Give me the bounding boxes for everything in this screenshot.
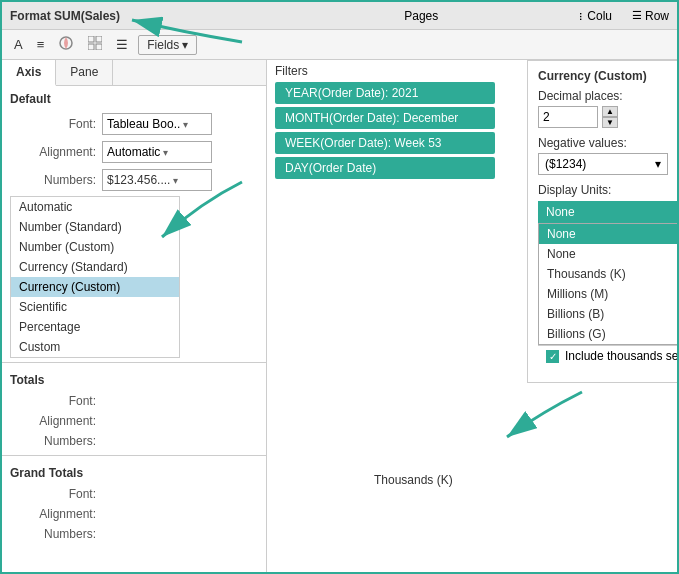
alignment-dropdown-arrow: ▾ — [163, 147, 168, 158]
grand-alignment-label: Alignment: — [26, 507, 96, 521]
display-units-row: Display Units: None ▾ None None Thousand… — [538, 183, 677, 366]
font-style-a-button[interactable]: A — [10, 35, 27, 54]
thousands-sep-label: Include thousands separators — [565, 349, 677, 363]
format-number-standard[interactable]: Number (Standard) — [11, 217, 179, 237]
totals-header: Totals — [2, 367, 266, 391]
unit-none[interactable]: None — [539, 244, 677, 264]
default-section: Default Font: Tableau Boo.. ▾ Alignment: — [2, 86, 266, 544]
svg-rect-3 — [88, 44, 94, 50]
totals-alignment-label: Alignment: — [26, 414, 96, 428]
format-currency-custom[interactable]: Currency (Custom) — [11, 277, 179, 297]
row-label: ☰ Row — [632, 9, 669, 23]
numbers-dropdown-arrow: ▾ — [173, 175, 178, 186]
grand-numbers-row: Numbers: — [2, 524, 266, 544]
alignment-row: Alignment: Automatic ▾ — [2, 138, 266, 166]
decimal-input[interactable] — [538, 106, 598, 128]
col-label: ⫶ Colu — [578, 9, 612, 23]
format-list: Automatic Number (Standard) Number (Cust… — [10, 196, 180, 358]
svg-rect-4 — [96, 44, 102, 50]
pages-label: Pages — [404, 9, 438, 23]
decimal-down-button[interactable]: ▼ — [602, 117, 618, 128]
filter-day[interactable]: DAY(Order Date) — [275, 157, 495, 179]
grand-totals-header: Grand Totals — [2, 460, 266, 484]
font-dropdown-arrow: ▾ — [183, 119, 188, 130]
left-panel: Axis Pane Default Font: Tableau Boo.. ▾ — [2, 60, 267, 572]
toolbar: A ≡ ☰ Fields ▾ — [2, 30, 677, 60]
format-number-custom[interactable]: Number (Custom) — [11, 237, 179, 257]
format-automatic[interactable]: Automatic — [11, 197, 179, 217]
fields-arrow-icon: ▾ — [182, 38, 188, 52]
grid-button[interactable] — [84, 34, 106, 55]
decimal-places-row: Decimal places: ▲ ▼ — [538, 89, 677, 128]
totals-numbers-label: Numbers: — [26, 434, 96, 448]
display-units-dropdown: None None Thousands (K) Millions (M) Bil… — [538, 223, 677, 345]
format-scientific[interactable]: Scientific — [11, 297, 179, 317]
totals-numbers-row: Numbers: — [2, 431, 266, 451]
grand-alignment-row: Alignment: — [2, 504, 266, 524]
align-button[interactable]: ≡ — [33, 35, 49, 54]
negative-dropdown-arrow: ▾ — [655, 157, 661, 171]
filter-month[interactable]: MONTH(Order Date): December — [275, 107, 495, 129]
negative-dropdown[interactable]: ($1234) ▾ — [538, 153, 668, 175]
format-percentage[interactable]: Percentage — [11, 317, 179, 337]
color-button[interactable] — [54, 33, 78, 56]
fields-button[interactable]: Fields ▾ — [138, 35, 197, 55]
default-header: Default — [2, 86, 266, 110]
unit-none-highlighted[interactable]: None — [539, 224, 677, 244]
totals-font-row: Font: — [2, 391, 266, 411]
font-dropdown[interactable]: Tableau Boo.. ▾ — [102, 113, 212, 135]
col-icon: ⫶ — [578, 10, 584, 22]
row-icon: ☰ — [632, 9, 642, 22]
decimal-up-button[interactable]: ▲ — [602, 106, 618, 117]
alignment-value-container: Automatic ▾ — [102, 141, 212, 163]
alignment-dropdown[interactable]: Automatic ▾ — [102, 141, 212, 163]
tab-pane[interactable]: Pane — [56, 60, 113, 85]
grand-font-row: Font: — [2, 484, 266, 504]
svg-rect-1 — [88, 36, 94, 42]
grand-font-label: Font: — [26, 487, 96, 501]
content-area: Axis Pane Default Font: Tableau Boo.. ▾ — [2, 60, 677, 572]
thousands-separator-row: ✓ Include thousands separators — [538, 345, 677, 366]
display-units-label: Display Units: — [538, 183, 677, 197]
svg-rect-2 — [96, 36, 102, 42]
header-bar: Format SUM(Sales) Pages ⫶ Colu ☰ Row — [2, 2, 677, 30]
totals-alignment-row: Alignment: — [2, 411, 266, 431]
negative-values-row: Negative values: ($1234) ▾ — [538, 136, 677, 175]
font-row: Font: Tableau Boo.. ▾ — [2, 110, 266, 138]
currency-panel-title: Currency (Custom) — [538, 69, 677, 83]
filter-year[interactable]: YEAR(Order Date): 2021 — [275, 82, 495, 104]
numbers-row: Numbers: $123.456.... ▾ — [2, 166, 266, 194]
paint-icon — [58, 35, 74, 51]
unit-billions-g[interactable]: Billions (G) — [539, 324, 677, 344]
format-currency-standard[interactable]: Currency (Standard) — [11, 257, 179, 277]
window-title: Format SUM(Sales) — [10, 9, 120, 23]
decimal-input-row: ▲ ▼ — [538, 106, 677, 128]
numbers-value-container: $123.456.... ▾ — [102, 169, 212, 191]
lines-button[interactable]: ☰ — [112, 35, 132, 54]
numbers-label: Numbers: — [26, 173, 96, 187]
numbers-dropdown[interactable]: $123.456.... ▾ — [102, 169, 212, 191]
main-window: Format SUM(Sales) Pages ⫶ Colu ☰ Row A ≡ — [0, 0, 679, 574]
tab-axis[interactable]: Axis — [2, 60, 56, 86]
thousands-sep-checkbox[interactable]: ✓ — [546, 350, 559, 363]
font-label: Font: — [26, 117, 96, 131]
unit-billions-b[interactable]: Billions (B) — [539, 304, 677, 324]
grand-numbers-label: Numbers: — [26, 527, 96, 541]
format-custom[interactable]: Custom — [11, 337, 179, 357]
decimal-label: Decimal places: — [538, 89, 677, 103]
filter-week[interactable]: WEEK(Order Date): Week 53 — [275, 132, 495, 154]
grid-icon — [88, 36, 102, 50]
alignment-label: Alignment: — [26, 145, 96, 159]
header-right: Pages ⫶ Colu ☰ Row — [364, 9, 669, 23]
currency-settings-panel: Currency (Custom) Decimal places: ▲ ▼ Ne… — [527, 60, 677, 383]
tabs-bar: Axis Pane — [2, 60, 266, 86]
filters-label: Filters — [275, 64, 499, 78]
font-value-container: Tableau Boo.. ▾ — [102, 113, 212, 135]
decimal-spinner: ▲ ▼ — [602, 106, 618, 128]
unit-thousands[interactable]: Thousands (K) — [539, 264, 677, 284]
totals-font-label: Font: — [26, 394, 96, 408]
unit-millions[interactable]: Millions (M) — [539, 284, 677, 304]
negative-label: Negative values: — [538, 136, 677, 150]
right-panel: Filters YEAR(Order Date): 2021 MONTH(Ord… — [267, 60, 677, 572]
display-units-selected[interactable]: None ▾ — [538, 201, 677, 223]
